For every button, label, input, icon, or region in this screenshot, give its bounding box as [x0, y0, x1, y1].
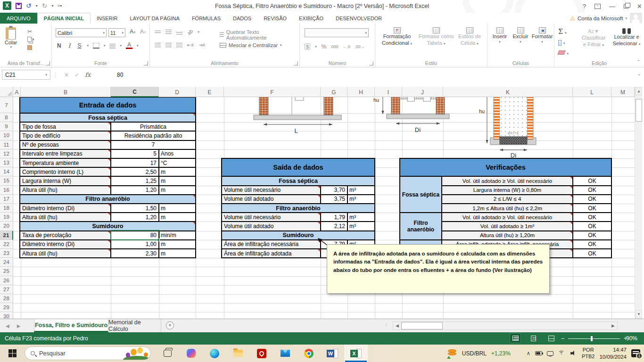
zoom-out-button[interactable]: − — [561, 335, 564, 342]
row-header-26[interactable]: 26 — [0, 276, 13, 285]
entrada-label[interactable]: Nº de pessoas — [20, 140, 111, 149]
borders-icon[interactable] — [93, 43, 99, 49]
format-painter-button[interactable] — [27, 43, 34, 51]
percent-style-icon[interactable]: % — [322, 43, 327, 50]
expand-formula-bar-icon[interactable]: ⌄ — [637, 71, 641, 76]
notification-icon[interactable]: 1 — [631, 349, 640, 357]
entrada-label[interactable]: Diâmetro interno (Di) — [20, 204, 111, 213]
row-header-7[interactable]: 7 — [0, 97, 13, 113]
entrada-value[interactable]: Residência padrão alto — [111, 131, 196, 140]
column-header-F[interactable]: F — [224, 87, 321, 97]
mail-button[interactable] — [273, 345, 297, 362]
ticker-coins-icon[interactable] — [448, 349, 457, 358]
autosum-button[interactable]: Σ ▾ — [558, 27, 569, 36]
row-header-29[interactable]: 29 — [0, 303, 13, 312]
new-sheet-button[interactable]: + — [166, 321, 174, 329]
saida-value[interactable]: 2,12 — [321, 222, 347, 230]
entrada-label[interactable]: Tipo de fossa — [20, 122, 111, 131]
saida-label[interactable]: Volume útil necessário — [222, 213, 321, 222]
tab-arquivo[interactable]: ARQUIVO — [0, 13, 37, 24]
row-header-14[interactable]: 14 — [0, 167, 13, 176]
zoom-slider-thumb[interactable] — [591, 336, 593, 341]
entrada-value[interactable]: Prismática — [111, 122, 196, 131]
clipboard-dialog-launcher[interactable] — [46, 61, 50, 66]
saida-label[interactable]: Volume útil necessário — [222, 186, 321, 195]
increase-decimal-icon[interactable]: ←,0 — [343, 44, 350, 49]
row-header-20[interactable]: 20 — [0, 222, 13, 230]
entrada-label[interactable]: Diâmetro interno (Di) — [20, 240, 111, 249]
column-header-E[interactable]: E — [196, 87, 224, 97]
entrada-unit[interactable]: m — [159, 176, 196, 185]
align-middle-icon[interactable] — [165, 30, 172, 34]
vertical-scrollbar[interactable]: ▲ ▼ — [635, 87, 642, 319]
entrada-unit[interactable]: Anos — [159, 149, 196, 158]
sheet-grid[interactable]: L hu Di — [13, 97, 635, 319]
increase-indent-icon[interactable]: ⇥≡ — [198, 42, 205, 48]
excel-taskbar-button[interactable]: X — [344, 345, 368, 362]
saida-unit[interactable]: m³ — [347, 195, 375, 204]
zoom-slider[interactable] — [568, 338, 620, 339]
horizontal-scroll-thumb[interactable] — [401, 322, 443, 329]
saida-unit[interactable]: m³ — [347, 222, 375, 230]
normal-view-button[interactable] — [510, 334, 520, 343]
find-select-button[interactable]: Localizar eSelecionar ▾ — [610, 28, 643, 47]
number-format-combo[interactable]: ▾ — [305, 28, 369, 37]
entrada-unit[interactable]: m — [159, 167, 196, 176]
entrada-label[interactable]: Temperatura ambiente — [20, 158, 111, 167]
entrada-value[interactable]: 7 — [111, 140, 196, 149]
entrada-value[interactable]: 1,25 — [111, 176, 159, 185]
align-center-icon[interactable] — [165, 43, 172, 48]
entrada-unit[interactable]: m — [159, 240, 196, 249]
battery-icon[interactable] — [535, 351, 542, 355]
tab-pagina-inicial[interactable]: PÁGINA INICIAL — [37, 13, 91, 24]
entrada-label[interactable]: Altura útil (hu) — [20, 249, 111, 258]
tab-layout-da-pagina[interactable]: LAYOUT DA PÁGINA — [124, 13, 186, 24]
entrada-value[interactable]: 1,20 — [111, 186, 159, 195]
entrada-value[interactable]: 2,50 — [111, 167, 159, 176]
orientation-icon[interactable]: ab — [186, 28, 194, 36]
file-explorer-button[interactable] — [226, 345, 250, 362]
entrada-unit[interactable]: m — [159, 249, 196, 258]
saida-label[interactable]: Área de infiltração necessária — [222, 240, 321, 249]
column-header-H[interactable]: H — [347, 87, 375, 97]
font-name-combo[interactable]: Calibri▾ — [56, 28, 107, 37]
number-dialog-launcher[interactable] — [369, 61, 373, 66]
vertical-scroll-thumb[interactable] — [636, 99, 642, 122]
page-layout-view-button[interactable] — [528, 334, 538, 343]
row-header-10[interactable]: 10 — [0, 131, 13, 140]
confirm-entry-icon[interactable]: ✓ — [74, 72, 79, 78]
ribbon-display-options-button[interactable]: ⌃ — [594, 4, 601, 9]
row-header-24[interactable]: 24 — [0, 258, 13, 267]
column-header-L[interactable]: L — [573, 87, 611, 97]
column-header-B[interactable]: B — [21, 87, 111, 97]
row-header-16[interactable]: 16 — [0, 186, 13, 195]
tab-inserir[interactable]: INSERIR — [91, 13, 124, 24]
entrada-value[interactable]: 1,50 — [111, 204, 159, 213]
column-header-G[interactable]: G — [321, 87, 347, 97]
saida-unit[interactable]: m³ — [347, 213, 375, 222]
format-as-table-button[interactable]: Formatar comoTabela ▾ — [418, 27, 454, 47]
font-size-combo[interactable]: 11▾ — [108, 28, 125, 37]
column-header-J[interactable]: J — [402, 87, 443, 97]
entrada-label[interactable]: Taxa de percolação — [20, 231, 111, 240]
zoom-level[interactable]: 90% — [626, 335, 637, 342]
entrada-unit[interactable]: min/m — [159, 231, 196, 240]
wifi-icon[interactable] — [558, 351, 566, 356]
row-header-23[interactable]: 23 — [0, 249, 13, 258]
fill-button[interactable]: ↓ ▾ — [558, 38, 569, 46]
row-header-25[interactable]: 25 — [0, 267, 13, 276]
sheet-nav-right-icon[interactable]: ▶ — [17, 323, 21, 329]
scroll-up-icon[interactable]: ▲ — [636, 87, 642, 95]
align-top-icon[interactable] — [155, 31, 161, 33]
entrada-label[interactable]: Largura interna (W) — [20, 176, 111, 185]
italic-button[interactable]: I — [67, 42, 72, 49]
row-header-15[interactable]: 15 — [0, 176, 13, 185]
scroll-left-icon[interactable]: ◀ — [393, 322, 401, 329]
align-bottom-icon[interactable] — [176, 32, 182, 35]
tray-expand-icon[interactable]: ∧ — [527, 350, 530, 356]
merge-center-button[interactable]: Mesclar e Centralizar ▾ — [220, 42, 281, 48]
entrada-label[interactable]: Intervalo entre limpezas — [20, 149, 111, 158]
cancel-entry-icon[interactable]: ✕ — [64, 72, 69, 78]
row-header-9[interactable]: 9 — [0, 122, 13, 131]
cast-icon[interactable] — [547, 351, 553, 356]
